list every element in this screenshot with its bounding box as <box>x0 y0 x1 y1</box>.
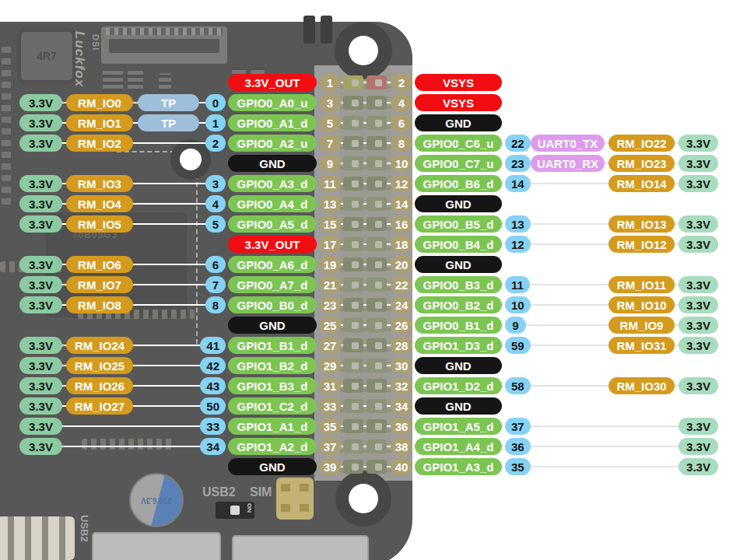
pinout-row: 3.3VRM_IO66GPIO0_A6_d1920GND <box>0 256 747 273</box>
pill-gpio-number-right: 13 <box>505 215 531 233</box>
pill-rmio-right: RM_IO11 <box>608 276 675 293</box>
pcb-pad <box>375 180 382 187</box>
pin-number-even: 40 <box>391 458 412 475</box>
pill-signal-left: GPIO1_B1_d <box>228 337 317 354</box>
pill-signal-left: GND <box>228 317 317 334</box>
pill-3v3-right: 3.3V <box>679 438 718 455</box>
pill-3v3-left: 3.3V <box>19 397 62 415</box>
pcb-pad <box>375 221 382 228</box>
pill-signal-right: GND <box>415 256 502 273</box>
pill-signal-right: GND <box>415 114 502 131</box>
pinout-rows: 3.3V_OUT12VSYS3.3VRM_IO0TP0GPIO0_A0_u34V… <box>0 0 747 560</box>
pcb-pad <box>375 302 382 309</box>
pin-number-odd: 1 <box>319 74 341 91</box>
pcb-pad <box>352 322 359 329</box>
pill-gpio-number-right: 37 <box>505 418 531 435</box>
pin-number-even: 14 <box>391 195 412 212</box>
pinout-row: 3.3VRM_IO22GPIO0_A2_u78GPIO0_C6_u22UART0… <box>0 135 747 152</box>
pill-3v3-left: 3.3V <box>19 418 62 435</box>
pcb-pad <box>375 120 382 127</box>
pin-number-even: 38 <box>391 438 412 455</box>
pinout-row: 3.3VRM_IO33GPIO0_A3_d1112GPIO0_B6_d14RM_… <box>0 175 747 192</box>
pill-gpio-number-left: 0 <box>205 94 226 111</box>
pin-number-even: 18 <box>391 236 412 253</box>
pill-gpio-number-left: 41 <box>200 337 226 354</box>
pcb-pad <box>352 342 359 349</box>
pill-signal-right: GND <box>415 397 502 415</box>
connector-line-left <box>40 446 215 447</box>
pcb-pad <box>375 464 382 471</box>
pcb-pad <box>352 464 359 471</box>
pill-signal-right: GPIO1_A5_d <box>415 418 502 435</box>
pill-gpio-number-right: 23 <box>505 155 531 172</box>
pill-signal-left: GND <box>228 155 317 172</box>
pinout-row: 3.3VRM_IO44GPIO0_A4_d1314GND <box>0 195 747 212</box>
pill-rmio-right: RM_IO22 <box>608 135 675 152</box>
pinout-row: GND910GPIO0_C7_u23UART0_RXRM_IO233.3V <box>0 155 747 172</box>
pcb-pad <box>352 221 359 228</box>
pill-gpio-number-left: 33 <box>200 418 226 435</box>
pill-signal-left: GPIO0_A7_d <box>228 276 317 293</box>
pinout-row: 3.3VRM_IO2643GPIO1_B3_d3132GPIO1_D2_d58R… <box>0 377 747 394</box>
pill-3v3-right: 3.3V <box>679 296 718 313</box>
pill-gpio-number-right: 22 <box>505 135 531 152</box>
pin-number-odd: 21 <box>319 276 341 293</box>
pill-3v3-left: 3.3V <box>19 296 62 313</box>
pill-gpio-number-right: 35 <box>505 458 531 475</box>
pcb-pad <box>352 261 359 268</box>
pill-signal-right: GPIO0_B1_d <box>415 317 502 334</box>
pill-rmio-left: RM_IO26 <box>66 377 133 394</box>
pill-3v3-left: 3.3V <box>19 276 62 293</box>
pill-rmio-left: RM_IO4 <box>66 195 133 212</box>
pill-3v3-left: 3.3V <box>19 175 62 192</box>
pcb-pad <box>352 120 359 127</box>
pill-rmio-left: RM_IO25 <box>66 357 133 374</box>
pill-rmio-left: RM_IO3 <box>66 175 133 192</box>
pcb-pad <box>375 100 382 107</box>
pill-rmio-left: RM_IO1 <box>66 114 133 131</box>
pin-number-odd: 3 <box>319 94 341 111</box>
pin-number-odd: 23 <box>319 296 341 313</box>
pin-number-odd: 39 <box>319 458 341 475</box>
pcb-pad <box>352 201 359 208</box>
pill-3v3-right: 3.3V <box>679 337 718 354</box>
pcb-pad <box>375 282 382 289</box>
pcb-pad <box>352 302 359 309</box>
pin-number-even: 20 <box>391 256 412 273</box>
pill-gpio-number-right: 14 <box>505 175 531 192</box>
pinout-row: 3.3VRM_IO2542GPIO1_B2_d2930GND <box>0 357 747 374</box>
pill-gpio-number-left: 42 <box>200 357 226 374</box>
pill-signal-right: GPIO1_A3_d <box>415 458 502 475</box>
pill-rmio-left: RM_IO5 <box>66 215 133 233</box>
pcb-pad <box>352 180 359 187</box>
pinout-row: 3.3VRM_IO0TP0GPIO0_A0_u34VSYS <box>0 94 747 111</box>
pill-3v3-left: 3.3V <box>19 195 62 212</box>
pill-3v3-left: 3.3V <box>19 215 62 233</box>
pill-signal-right: GPIO0_B3_d <box>415 276 502 293</box>
pcb-pad <box>375 322 382 329</box>
pcb-pad <box>375 342 382 349</box>
pin-number-odd: 11 <box>319 175 341 192</box>
pill-3v3-left: 3.3V <box>19 256 62 273</box>
pill-gpio-number-right: 58 <box>505 377 531 394</box>
pill-3v3-right: 3.3V <box>679 175 718 192</box>
pin-number-even: 6 <box>391 114 412 131</box>
pin-number-odd: 35 <box>319 418 341 435</box>
pcb-pad <box>375 79 382 86</box>
pill-rmio-left: RM_IO24 <box>66 337 133 354</box>
pill-3v3-left: 3.3V <box>19 337 62 354</box>
pill-signal-right: GPIO0_C6_u <box>415 135 502 152</box>
pill-3v3-right: 3.3V <box>679 317 718 334</box>
pcb-pad <box>375 443 382 450</box>
pill-rmio-left: RM_IO8 <box>66 296 133 313</box>
pcb-pad <box>352 160 359 167</box>
pinout-row: 3.3V_OUT1718GPIO0_B4_d12RM_IO123.3V <box>0 236 747 253</box>
pcb-pad <box>375 261 382 268</box>
pill-rmio-right: RM_IO31 <box>608 337 675 354</box>
pin-number-odd: 29 <box>319 357 341 374</box>
pin-number-even: 4 <box>391 94 412 111</box>
pill-signal-left: GND <box>228 458 317 475</box>
pill-rmio-left: RM_IO2 <box>66 135 133 152</box>
pill-3v3-right: 3.3V <box>679 215 718 233</box>
pill-3v3-left: 3.3V <box>19 377 62 394</box>
